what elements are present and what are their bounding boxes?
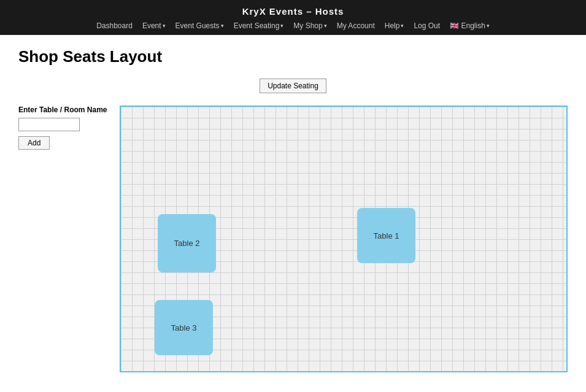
nav-item-event-seating[interactable]: Event Seating▾ xyxy=(230,20,288,31)
layout-section: Enter Table / Room Name Add Table 2Table… xyxy=(18,106,568,372)
nav-item-my-shop[interactable]: My Shop▾ xyxy=(290,20,330,31)
nav-item-🇬🇧-english[interactable]: 🇬🇧 English▾ xyxy=(446,20,493,31)
chevron-down-icon: ▾ xyxy=(487,23,490,29)
chevron-down-icon: ▾ xyxy=(280,23,283,29)
chevron-down-icon: ▾ xyxy=(221,23,224,29)
table-3[interactable]: Table 3 xyxy=(155,300,213,355)
chevron-down-icon: ▾ xyxy=(163,23,166,29)
main-nav: DashboardEvent▾Event Guests▾Event Seatin… xyxy=(0,20,586,31)
left-panel: Enter Table / Room Name Add xyxy=(18,106,114,150)
nav-item-event[interactable]: Event▾ xyxy=(139,20,169,31)
update-seating-wrapper: Update Seating xyxy=(18,79,568,93)
chevron-down-icon: ▾ xyxy=(401,23,404,29)
table-name-input[interactable] xyxy=(18,118,80,131)
nav-item-event-guests[interactable]: Event Guests▾ xyxy=(172,20,228,31)
table-1[interactable]: Table 1 xyxy=(357,208,415,263)
nav-item-my-account[interactable]: My Account xyxy=(333,20,379,31)
seating-canvas: Table 2Table 1Table 3 xyxy=(120,106,568,372)
site-title: KryX Events – Hosts xyxy=(0,6,586,17)
nav-item-dashboard[interactable]: Dashboard xyxy=(93,20,136,31)
page-content: Shop Seats Layout Update Seating Enter T… xyxy=(0,35,586,385)
table-name-label: Enter Table / Room Name xyxy=(18,106,114,114)
nav-item-log-out[interactable]: Log Out xyxy=(410,20,444,31)
top-bar: KryX Events – Hosts DashboardEvent▾Event… xyxy=(0,0,586,35)
nav-item-help[interactable]: Help▾ xyxy=(381,20,408,31)
update-seating-button[interactable]: Update Seating xyxy=(260,79,326,93)
chevron-down-icon: ▾ xyxy=(324,23,327,29)
table-2[interactable]: Table 2 xyxy=(158,214,216,272)
page-title: Shop Seats Layout xyxy=(18,47,568,66)
add-table-button[interactable]: Add xyxy=(18,136,50,150)
